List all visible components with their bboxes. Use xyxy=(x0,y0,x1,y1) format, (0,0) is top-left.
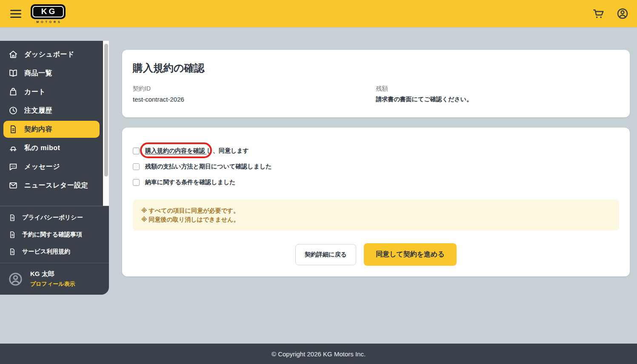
terms-text: 購入規約の内容を確認 し、同意します xyxy=(145,147,249,155)
contract-id-value: test-contract-2026 xyxy=(133,96,376,103)
page-footer: © Copyright 2026 KG Motors Inc. xyxy=(0,344,637,364)
agreement-checkbox-row-terms[interactable]: 購入規約の内容を確認 し、同意します xyxy=(133,146,619,156)
payment-checkbox-label: 残額の支払い方法と期日について確認しました xyxy=(145,163,272,171)
user-name: KG 太郎 xyxy=(30,270,75,278)
sidebar-link-label: 予約に関する確認事項 xyxy=(22,231,82,239)
sidebar-link-terms-of-service[interactable]: サービス利用規約 xyxy=(0,243,109,260)
sidebar-user-section: KG 太郎 プロフィール表示 xyxy=(0,263,109,295)
payment-checkbox[interactable] xyxy=(133,163,140,170)
contract-summary-card: 購入規約の確認 契約ID test-contract-2026 残額 請求書の書… xyxy=(122,50,630,117)
mail-icon xyxy=(9,181,18,190)
book-icon xyxy=(9,68,18,78)
contract-id-label: 契約ID xyxy=(133,85,376,93)
agreement-checkbox-row-delivery[interactable]: 納車に関する条件を確認しました xyxy=(133,177,619,187)
sidebar-item-my-mibot[interactable]: 私の mibot xyxy=(3,139,100,156)
agree-and-proceed-button[interactable]: 同意して契約を進める xyxy=(364,243,457,266)
user-info: KG 太郎 プロフィール表示 xyxy=(30,270,75,288)
agreement-checkbox-row-payment[interactable]: 残額の支払い方法と期日について確認しました xyxy=(133,162,619,171)
balance-label: 残額 xyxy=(376,85,620,93)
balance-field: 残額 請求書の書面にてご確認ください。 xyxy=(376,85,620,103)
hamburger-menu-icon[interactable] xyxy=(10,8,21,19)
clock-icon xyxy=(9,106,18,115)
logo-badge: KG xyxy=(31,4,66,19)
main-content: 購入規約の確認 契約ID test-contract-2026 残額 請求書の書… xyxy=(109,27,637,276)
sidebar-scrollbar-thumb[interactable] xyxy=(104,44,108,176)
action-buttons: 契約詳細に戻る 同意して契約を進める xyxy=(133,243,619,266)
delivery-checkbox[interactable] xyxy=(133,179,140,186)
back-to-contract-button[interactable]: 契約詳細に戻る xyxy=(295,244,356,265)
contract-id-field: 契約ID test-contract-2026 xyxy=(133,85,376,103)
notice-box: ※ すべての項目に同意が必要です。 ※ 同意後の取り消しはできません。 xyxy=(133,200,619,230)
sidebar-item-cart[interactable]: カート xyxy=(3,83,100,100)
sidebar-item-label: 契約内容 xyxy=(24,125,52,134)
top-header: KG MOTORS xyxy=(0,0,637,27)
sidebar-item-label: ダッシュボード xyxy=(24,50,74,59)
document-icon xyxy=(9,125,18,134)
sidebar-item-dashboard[interactable]: ダッシュボード xyxy=(3,46,100,63)
purchase-terms-link-label: 購入規約の内容を確認 xyxy=(145,147,205,154)
sidebar-item-newsletter[interactable]: ニュースレター設定 xyxy=(3,177,100,194)
profile-link[interactable]: プロフィール表示 xyxy=(30,280,75,288)
sidebar-item-contract-active[interactable]: 契約内容 xyxy=(3,121,100,138)
chat-icon xyxy=(9,162,18,171)
sidebar-item-messages[interactable]: メッセージ xyxy=(3,158,100,175)
sidebar-item-label: 私の mibot xyxy=(24,144,60,153)
sidebar-link-reservation-notes[interactable]: 予約に関する確認事項 xyxy=(0,226,109,243)
notice-line-2: ※ 同意後の取り消しはできません。 xyxy=(141,215,611,224)
sidebar-item-order-history[interactable]: 注文履歴 xyxy=(3,102,100,119)
logo-text: KG xyxy=(32,6,64,17)
cart-icon[interactable] xyxy=(592,7,605,20)
home-icon xyxy=(9,50,18,59)
agreement-card: 購入規約の内容を確認 し、同意します 残額の支払い方法と期日について確認しました… xyxy=(122,128,630,276)
page-title: 購入規約の確認 xyxy=(133,61,619,75)
copyright-text: © Copyright 2026 KG Motors Inc. xyxy=(271,350,366,358)
sidebar-item-label: カート xyxy=(24,88,46,97)
terms-checkbox[interactable] xyxy=(133,148,140,154)
document-icon xyxy=(9,214,16,222)
summary-fields: 契約ID test-contract-2026 残額 請求書の書面にてご確認くだ… xyxy=(133,85,619,103)
sidebar-link-label: プライバシーポリシー xyxy=(22,214,83,222)
document-icon xyxy=(9,231,16,239)
sidebar-item-label: 商品一覧 xyxy=(24,69,52,78)
terms-suffix-text: し、同意します xyxy=(207,147,249,154)
sidebar-link-privacy-policy[interactable]: プライバシーポリシー xyxy=(0,209,109,226)
sidebar-item-label: メッセージ xyxy=(24,162,60,171)
sidebar-nav: ダッシュボード 商品一覧 カート 注文履歴 契約内容 私の mibot xyxy=(0,41,109,206)
sidebar-secondary-links: プライバシーポリシー 予約に関する確認事項 サービス利用規約 xyxy=(0,206,109,263)
sidebar-item-products[interactable]: 商品一覧 xyxy=(3,65,100,82)
sidebar-item-label: 注文履歴 xyxy=(24,106,52,115)
sidebar-scrollbar-track[interactable] xyxy=(103,41,109,206)
app-window: KG MOTORS ダッシュボード 商品一覧 カート xyxy=(0,0,637,364)
sidebar-item-label: ニュースレター設定 xyxy=(24,181,88,190)
purchase-terms-link[interactable]: 購入規約の内容を確認 xyxy=(145,147,207,154)
sidebar: ダッシュボード 商品一覧 カート 注文履歴 契約内容 私の mibot xyxy=(0,41,109,295)
document-icon xyxy=(9,248,16,256)
account-icon[interactable] xyxy=(616,7,629,20)
sidebar-link-label: サービス利用規約 xyxy=(22,248,70,256)
avatar-icon xyxy=(8,271,23,287)
logo-subtext: MOTORS xyxy=(34,20,62,23)
bag-icon xyxy=(9,87,18,97)
delivery-checkbox-label: 納車に関する条件を確認しました xyxy=(145,179,236,186)
notice-line-1: ※ すべての項目に同意が必要です。 xyxy=(141,206,611,215)
vehicle-icon xyxy=(9,143,18,153)
balance-value: 請求書の書面にてご確認ください。 xyxy=(376,96,620,103)
kg-motors-logo[interactable]: KG MOTORS xyxy=(31,4,66,23)
